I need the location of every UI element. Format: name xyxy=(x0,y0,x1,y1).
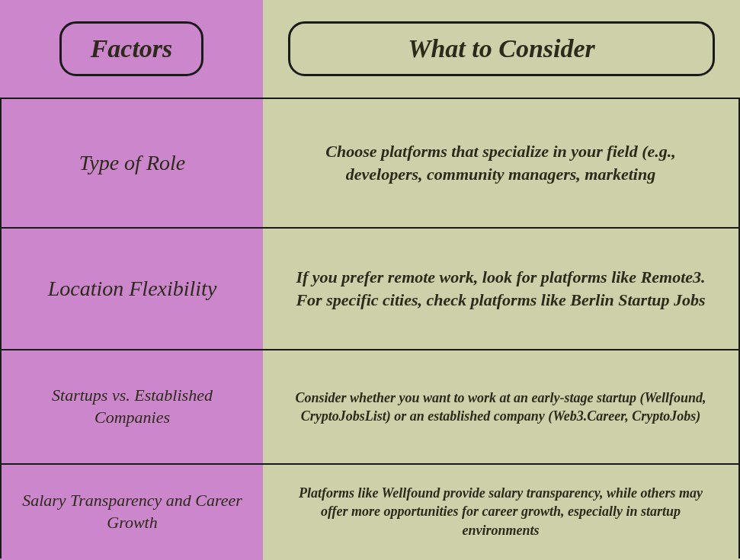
table-row: Salary Transparency and Career Growth xyxy=(0,463,263,558)
factor-label: Startups vs. Established Companies xyxy=(18,385,246,428)
consider-text: Consider whether you want to work at an … xyxy=(286,389,716,426)
table-row: Choose platforms that specialize in your… xyxy=(263,98,740,227)
consider-header: What to Consider xyxy=(288,21,715,76)
table-row: Platforms like Wellfound provide salary … xyxy=(263,463,740,558)
factors-header: Factors xyxy=(59,21,204,76)
table-row: Consider whether you want to work at an … xyxy=(263,349,740,463)
factor-label: Location Flexibility xyxy=(48,275,217,302)
consider-column: What to Consider Choose platforms that s… xyxy=(263,0,740,560)
table-row: Startups vs. Established Companies xyxy=(0,349,263,463)
factor-label: Salary Transparency and Career Growth xyxy=(18,490,246,533)
table-row: Location Flexibility xyxy=(0,227,263,349)
factors-header-cell: Factors xyxy=(0,0,263,98)
table-row: If you prefer remote work, look for plat… xyxy=(263,227,740,349)
consider-text: Choose platforms that specialize in your… xyxy=(286,140,716,185)
table-row: Type of Role xyxy=(0,98,263,227)
consider-header-cell: What to Consider xyxy=(263,0,740,98)
factors-column: Factors Type of Role Location Flexibilit… xyxy=(0,0,263,560)
factor-label: Type of Role xyxy=(79,149,185,177)
consider-text: If you prefer remote work, look for plat… xyxy=(286,266,716,311)
consider-text: Platforms like Wellfound provide salary … xyxy=(286,484,716,539)
